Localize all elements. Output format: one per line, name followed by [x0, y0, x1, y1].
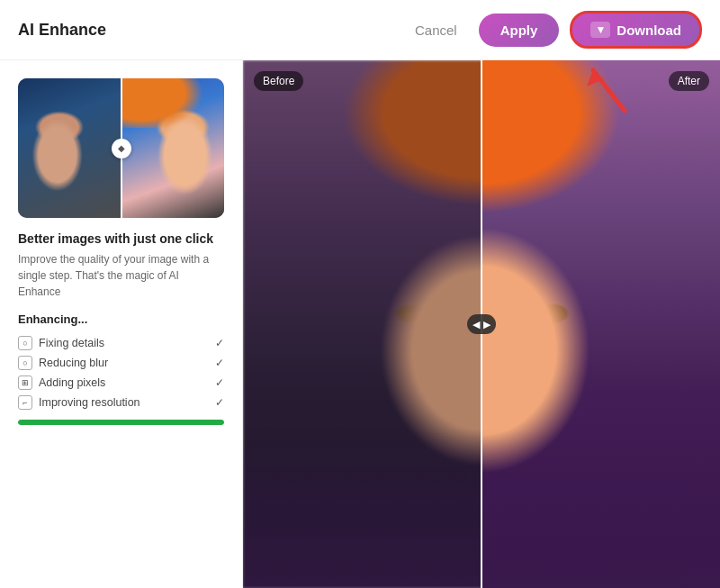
- check-icon-3: ✓: [215, 396, 224, 409]
- enhancing-section: Enhancing... ○ Fixing details ✓ ○ Reduci…: [18, 312, 224, 425]
- reducing-blur-icon: ○: [18, 356, 32, 370]
- preview-after-half: [122, 78, 225, 218]
- check-icon-0: ✓: [215, 337, 224, 349]
- preview-handle: ◆: [112, 139, 131, 158]
- after-bg-people: [482, 430, 720, 588]
- left-arrow-icon: ◀: [472, 320, 480, 330]
- enhance-item-improving-resolution: ⌐ Improving resolution ✓: [18, 393, 224, 412]
- check-icon-1: ✓: [215, 357, 224, 369]
- enhance-item-fixing-details: ○ Fixing details ✓: [18, 333, 224, 353]
- check-icon-2: ✓: [215, 376, 224, 389]
- after-label: After: [669, 71, 709, 91]
- after-panel: After: [482, 60, 720, 588]
- preview-image: ◆: [18, 78, 224, 218]
- enhance-item-label: Reducing blur: [39, 357, 108, 369]
- enhance-item-label: Fixing details: [39, 337, 104, 349]
- progress-bar-container: [18, 420, 224, 425]
- right-panel: Before After ◀ ▶: [243, 60, 720, 588]
- comparison-container[interactable]: Before After ◀ ▶: [243, 60, 720, 588]
- cancel-button[interactable]: Cancel: [404, 15, 468, 45]
- preview-before-half: [18, 78, 122, 218]
- info-section: Better images with just one click Improv…: [18, 231, 224, 300]
- enhance-item-label: Adding pixels: [39, 376, 105, 389]
- improving-resolution-icon: ⌐: [18, 395, 32, 410]
- header-actions: Cancel Apply ▼ Download: [404, 11, 702, 49]
- adding-pixels-icon: ⊞: [18, 375, 32, 390]
- before-label: Before: [254, 71, 303, 91]
- progress-bar-fill: [18, 420, 224, 425]
- info-description: Improve the quality of your image with a…: [18, 251, 224, 300]
- before-panel: Before: [243, 60, 482, 588]
- right-arrow-icon: ▶: [483, 320, 490, 330]
- header: AI Enhance Cancel Apply ▼ Download: [0, 0, 720, 60]
- enhance-item-label: Improving resolution: [39, 396, 140, 409]
- enhance-item-reducing-blur: ○ Reducing blur ✓: [18, 353, 224, 373]
- enhance-item-adding-pixels: ⊞ Adding pixels ✓: [18, 373, 224, 393]
- left-panel: ◆ Better images with just one click Impr…: [0, 60, 243, 588]
- page-title: AI Enhance: [18, 21, 106, 40]
- fixing-details-icon: ○: [18, 336, 32, 350]
- download-icon: ▼: [590, 22, 610, 38]
- apply-button[interactable]: Apply: [479, 14, 560, 47]
- before-bg-people: [243, 430, 482, 588]
- slider-handle[interactable]: ◀ ▶: [467, 314, 496, 334]
- enhancing-label: Enhancing...: [18, 312, 224, 326]
- info-title: Better images with just one click: [18, 231, 224, 247]
- download-button[interactable]: ▼ Download: [570, 11, 702, 49]
- main-content: ◆ Better images with just one click Impr…: [0, 60, 720, 588]
